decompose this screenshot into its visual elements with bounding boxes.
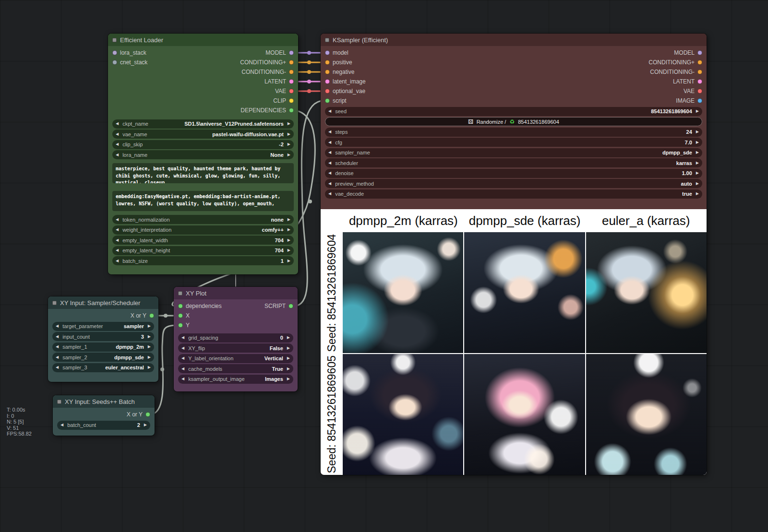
increment-arrow-icon[interactable] <box>148 355 151 359</box>
negative-prompt-textarea[interactable]: embedding:EasyNegative.pt, embedding:bad… <box>112 191 294 211</box>
increment-arrow-icon[interactable] <box>696 192 699 196</box>
decrement-arrow-icon[interactable] <box>328 171 331 175</box>
node-efficient-loader[interactable]: Efficient Loader lora_stack MODEL cnet_s… <box>108 34 298 274</box>
increment-arrow-icon[interactable] <box>696 109 699 113</box>
input-port-negative[interactable]: negative <box>325 69 354 75</box>
widget-steps[interactable]: steps 24 <box>325 128 702 137</box>
vae-port-icon[interactable] <box>289 89 294 94</box>
increment-arrow-icon[interactable] <box>288 142 290 146</box>
widget-empty-latent-height[interactable]: empty_latent_height 704 <box>112 246 294 255</box>
conditioning-port-icon[interactable] <box>325 70 330 74</box>
collapse-icon[interactable] <box>178 291 182 296</box>
increment-arrow-icon[interactable] <box>144 423 147 427</box>
collapse-icon[interactable] <box>57 400 61 404</box>
increment-arrow-icon[interactable] <box>288 153 290 157</box>
widget-denoise[interactable]: denoise 1.00 <box>325 169 702 178</box>
output-port-conditioning-plus[interactable]: CONDITIONING+ <box>240 59 294 66</box>
widget-xy-flip[interactable]: XY_flip False <box>178 343 293 353</box>
output-port-conditioning-minus[interactable]: CONDITIONING- <box>650 69 702 75</box>
increment-arrow-icon[interactable] <box>288 228 290 232</box>
input-port-model[interactable]: model <box>325 49 348 56</box>
decrement-arrow-icon[interactable] <box>56 366 59 369</box>
dependencies-port-icon[interactable] <box>178 304 183 308</box>
widget-batch-size[interactable]: batch_size 1 <box>112 256 294 265</box>
decrement-arrow-icon[interactable] <box>116 153 119 157</box>
widget-empty-latent-width[interactable]: empty_latent_width 704 <box>112 236 294 245</box>
node-xy-input-seeds-batch[interactable]: XY Input: Seeds++ Batch X or Y batch_cou… <box>53 395 155 436</box>
output-port-latent[interactable]: LATENT <box>264 78 294 85</box>
collapse-icon[interactable] <box>325 38 329 42</box>
input-port-latent-image[interactable]: latent_image <box>325 78 366 85</box>
widget-ksampler-output-image[interactable]: ksampler_output_image Images <box>178 375 293 384</box>
decrement-arrow-icon[interactable] <box>56 335 59 339</box>
widget-cfg[interactable]: cfg 7.0 <box>325 138 702 147</box>
decrement-arrow-icon[interactable] <box>60 423 63 427</box>
decrement-arrow-icon[interactable] <box>181 377 184 381</box>
lora-stack-port-icon[interactable] <box>112 50 117 55</box>
increment-arrow-icon[interactable] <box>288 248 290 252</box>
script-port-icon[interactable] <box>325 98 330 103</box>
node-header[interactable]: XY Input: Sampler/Scheduler <box>48 296 158 309</box>
y-port-icon[interactable] <box>178 323 183 328</box>
output-port-image[interactable]: IMAGE <box>676 97 702 104</box>
decrement-arrow-icon[interactable] <box>56 324 59 328</box>
widget-vae-name[interactable]: vae_name pastel-waifu-diffusion.vae.pt <box>112 130 294 139</box>
increment-arrow-icon[interactable] <box>288 259 290 263</box>
increment-arrow-icon[interactable] <box>696 151 699 154</box>
decrement-arrow-icon[interactable] <box>181 336 184 340</box>
node-xy-input-sampler-scheduler[interactable]: XY Input: Sampler/Scheduler X or Y targe… <box>48 296 158 382</box>
output-port-dependencies[interactable]: DEPENDENCIES <box>240 107 294 114</box>
output-port-conditioning-minus[interactable]: CONDITIONING- <box>241 69 294 75</box>
node-header[interactable]: Efficient Loader <box>108 34 298 46</box>
cnet-stack-port-icon[interactable] <box>112 60 117 65</box>
increment-arrow-icon[interactable] <box>696 141 699 144</box>
increment-arrow-icon[interactable] <box>287 377 290 381</box>
clip-port-icon[interactable] <box>289 98 294 103</box>
output-port-latent[interactable]: LATENT <box>673 78 702 85</box>
conditioning-port-icon[interactable] <box>289 60 294 65</box>
conditioning-port-icon[interactable] <box>697 60 702 65</box>
node-header[interactable]: XY Plot <box>174 287 298 299</box>
x-or-y-port-icon[interactable] <box>149 313 154 318</box>
latent-port-icon[interactable] <box>697 79 702 84</box>
decrement-arrow-icon[interactable] <box>181 367 184 371</box>
output-port-model[interactable]: MODEL <box>674 49 702 56</box>
increment-arrow-icon[interactable] <box>288 218 290 222</box>
input-port-cnet-stack[interactable]: cnet_stack <box>112 59 147 66</box>
node-ksampler-efficient[interactable]: KSampler (Efficient) model MODEL positiv… <box>321 34 707 475</box>
decrement-arrow-icon[interactable] <box>56 345 59 349</box>
widget-cache-models[interactable]: cache_models True <box>178 364 293 373</box>
input-port-optional-vae[interactable]: optional_vae <box>325 88 365 95</box>
output-port-clip[interactable]: CLIP <box>273 97 294 104</box>
node-canvas[interactable]: { "stats": ["T: 0.00s", "I: 0", "N: 5 [5… <box>0 0 768 532</box>
output-port-model[interactable]: MODEL <box>265 49 294 56</box>
decrement-arrow-icon[interactable] <box>116 122 119 126</box>
increment-arrow-icon[interactable] <box>288 238 290 242</box>
model-port-icon[interactable] <box>325 50 330 55</box>
widget-clip-skip[interactable]: clip_skip -2 <box>112 140 294 149</box>
decrement-arrow-icon[interactable] <box>116 132 119 136</box>
increment-arrow-icon[interactable] <box>696 130 699 134</box>
model-port-icon[interactable] <box>289 50 294 55</box>
output-port-vae[interactable]: VAE <box>275 88 294 95</box>
conditioning-port-icon[interactable] <box>697 70 702 74</box>
increment-arrow-icon[interactable] <box>148 345 151 349</box>
widget-lora-name[interactable]: lora_name None <box>112 150 294 159</box>
decrement-arrow-icon[interactable] <box>328 151 331 154</box>
increment-arrow-icon[interactable] <box>287 346 290 350</box>
output-port-x-or-y[interactable]: X or Y <box>131 312 154 319</box>
widget-target-parameter[interactable]: target_parameter sampler <box>52 322 154 331</box>
conditioning-port-icon[interactable] <box>325 60 330 65</box>
output-port-conditioning-plus[interactable]: CONDITIONING+ <box>648 59 702 66</box>
x-or-y-port-icon[interactable] <box>145 412 150 417</box>
randomize-seed-button[interactable]: ⚄ Randomize / ♻ 85413261869604 <box>325 117 702 126</box>
input-port-lora-stack[interactable]: lora_stack <box>112 49 146 56</box>
widget-input-count[interactable]: input_count 3 <box>52 332 154 341</box>
widget-vae-decode[interactable]: vae_decode true <box>325 189 702 199</box>
output-port-script[interactable]: SCRIPT <box>264 303 293 309</box>
input-port-script[interactable]: script <box>325 97 347 104</box>
dependencies-port-icon[interactable] <box>289 108 294 113</box>
decrement-arrow-icon[interactable] <box>116 238 119 242</box>
widget-ckpt-name[interactable]: ckpt_name SD1.5\aniverse_V12Pruned.safet… <box>112 119 294 129</box>
latent-port-icon[interactable] <box>325 79 330 84</box>
